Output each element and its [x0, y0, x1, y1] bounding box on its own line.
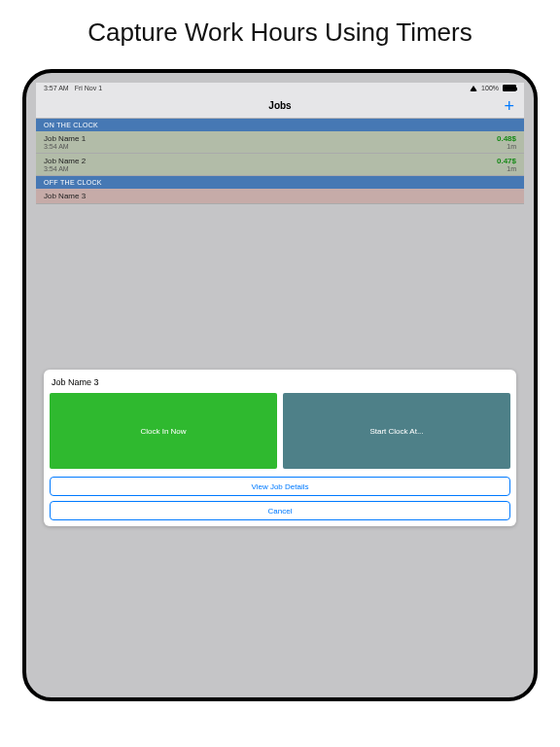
job-row-off[interactable]: Job Name 3	[36, 189, 524, 204]
clock-in-now-button[interactable]: Clock In Now	[50, 393, 277, 469]
status-bar: 3:57 AM Fri Nov 1 100%	[36, 83, 524, 93]
sheet-title: Job Name 3	[50, 375, 510, 393]
cancel-button[interactable]: Cancel	[50, 501, 510, 520]
add-button[interactable]: +	[504, 97, 514, 115]
action-sheet: Job Name 3 Clock In Now Start Clock At..…	[44, 370, 516, 526]
nav-bar: Jobs +	[36, 93, 524, 119]
screen: 3:57 AM Fri Nov 1 100% Jobs + ON THE CLO…	[36, 83, 524, 688]
status-time: 3:57 AM	[44, 85, 69, 91]
view-job-details-button[interactable]: View Job Details	[50, 477, 510, 496]
job-row-on[interactable]: Job Name 2 3:54 AM 0.47$ 1m	[36, 154, 524, 176]
job-row-on[interactable]: Job Name 1 3:54 AM 0.48$ 1m	[36, 131, 524, 154]
device-frame: 3:57 AM Fri Nov 1 100% Jobs + ON THE CLO…	[22, 69, 538, 701]
job-earnings: 0.48$	[497, 134, 516, 143]
wifi-icon	[470, 86, 477, 91]
job-start-time: 3:54 AM	[44, 165, 86, 172]
job-name: Job Name 2	[44, 157, 86, 165]
job-duration: 1m	[497, 143, 516, 150]
job-name: Job Name 1	[44, 134, 86, 143]
section-on-the-clock: ON THE CLOCK	[36, 119, 524, 131]
start-clock-at-button[interactable]: Start Clock At...	[283, 393, 510, 469]
page-caption: Capture Work Hours Using Timers	[0, 0, 560, 69]
job-duration: 1m	[497, 165, 516, 172]
battery-icon	[503, 85, 516, 91]
battery-pct: 100%	[481, 85, 499, 91]
nav-title: Jobs	[268, 100, 291, 111]
job-name: Job Name 3	[44, 192, 86, 200]
status-date: Fri Nov 1	[75, 85, 102, 91]
job-start-time: 3:54 AM	[44, 143, 86, 150]
job-earnings: 0.47$	[497, 157, 516, 165]
section-off-the-clock: OFF THE CLOCK	[36, 176, 524, 189]
